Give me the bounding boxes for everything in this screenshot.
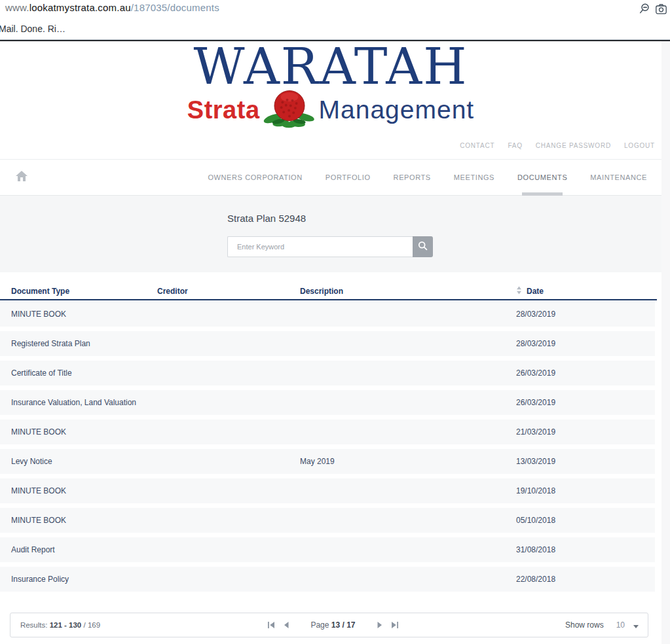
cell-document-type: MINUTE BOOK (11, 427, 157, 437)
cell-date: 13/03/2019 (516, 457, 655, 466)
col-description: Description (300, 287, 516, 296)
hero-section: Strata Plan 52948 (0, 196, 661, 272)
show-rows-label: Show rows (565, 620, 604, 630)
table-row[interactable]: Insurance Valuation, Land Valuation 26/0… (0, 390, 655, 415)
utility-nav: CONTACTFAQCHANGE PASSWORDLOGOUT (0, 132, 661, 160)
table-row[interactable]: Levy Notice May 2019 13/03/2019 (0, 449, 655, 474)
table-row[interactable]: MINUTE BOOK 28/03/2019 (0, 302, 655, 327)
cell-document-type: MINUTE BOOK (11, 310, 157, 319)
col-date-label: Date (527, 287, 544, 296)
search-input[interactable] (227, 236, 413, 257)
zoom-out-icon[interactable] (639, 3, 650, 14)
col-date[interactable]: Date (516, 286, 657, 296)
cell-date: 28/03/2019 (516, 310, 655, 319)
logo-title: WARATAH (194, 43, 468, 91)
search-icon (418, 241, 428, 253)
cell-document-type: Registered Strata Plan (11, 339, 157, 348)
results-summary: Results: 121 - 130 / 169 (20, 620, 101, 631)
table-row[interactable]: Registered Strata Plan 28/03/2019 (0, 331, 655, 356)
cell-document-type: Insurance Valuation, Land Valuation (11, 398, 157, 407)
main-nav-item-reports[interactable]: REPORTS (392, 173, 432, 181)
cell-date: 26/03/2019 (516, 398, 655, 407)
show-rows: Show rows 10 (565, 619, 639, 631)
url-path: /187035/documents (131, 2, 219, 13)
main-nav-item-documents[interactable]: DOCUMENTS (516, 173, 568, 181)
cell-description: May 2019 (300, 457, 516, 466)
show-rows-value: 10 (616, 620, 625, 630)
pager: Page 13 / 17 (101, 620, 565, 630)
page-indicator: Page 13 / 17 (310, 620, 355, 630)
documents-table: Document Type Creditor Description Date … (0, 283, 657, 592)
overlay-text: Mail. Done. Ri… (0, 24, 65, 34)
sort-icon (516, 286, 522, 296)
utility-link-change-password[interactable]: CHANGE PASSWORD (536, 142, 611, 149)
first-page-button[interactable] (267, 622, 274, 628)
utility-link-contact[interactable]: CONTACT (460, 142, 494, 149)
dropdown-caret-icon (633, 619, 639, 631)
table-header: Document Type Creditor Description Date (0, 283, 657, 300)
camera-icon[interactable] (656, 4, 667, 14)
home-button[interactable] (16, 171, 28, 184)
main-nav-item-portfolio[interactable]: PORTFOLIO (324, 173, 372, 181)
cell-date: 21/03/2019 (516, 427, 655, 437)
utility-link-faq[interactable]: FAQ (508, 142, 522, 149)
cell-document-type: MINUTE BOOK (11, 516, 157, 525)
logo-strata-text: Strata (187, 96, 260, 124)
main-nav-items: OWNERS CORPORATIONPORTFOLIOREPORTSMEETIN… (206, 173, 648, 181)
table-row[interactable]: Insurance Policy 22/08/2018 (0, 567, 655, 592)
cell-date: 31/08/2018 (516, 545, 655, 554)
browser-bar: www.lookatmystrata.com.au/187035/documen… (0, 0, 670, 39)
table-row[interactable]: MINUTE BOOK 21/03/2019 (0, 420, 655, 444)
main-nav-item-maintenance[interactable]: MAINTENANCE (589, 173, 648, 181)
browser-url-bar[interactable]: www.lookatmystrata.com.au/187035/documen… (5, 2, 219, 13)
page: WARATAH Strata (0, 42, 661, 637)
table-row[interactable]: MINUTE BOOK 05/10/2018 (0, 508, 655, 533)
search-button[interactable] (413, 236, 433, 257)
table-row[interactable]: MINUTE BOOK 19/10/2018 (0, 478, 655, 503)
show-rows-select[interactable]: 10 (616, 619, 639, 631)
main-nav-item-meetings[interactable]: MEETINGS (453, 173, 496, 181)
cell-document-type: MINUTE BOOK (11, 486, 157, 495)
home-icon (16, 171, 28, 184)
logo: WARATAH Strata (0, 42, 661, 132)
cell-document-type: Certificate of Title (11, 368, 157, 378)
main-nav: OWNERS CORPORATIONPORTFOLIOREPORTSMEETIN… (0, 160, 661, 196)
table-row[interactable]: Audit Report 31/08/2018 (0, 537, 655, 562)
url-domain: lookatmystrata.com.au (29, 2, 131, 13)
col-document-type: Document Type (11, 287, 157, 296)
cell-document-type: Levy Notice (11, 457, 157, 466)
cell-document-type: Insurance Policy (11, 575, 157, 584)
col-creditor: Creditor (157, 287, 300, 296)
prev-page-button[interactable] (283, 622, 289, 628)
main-nav-item-owners-corporation[interactable]: OWNERS CORPORATION (206, 173, 303, 181)
right-gutter (661, 41, 670, 644)
logo-management-text: Management (319, 96, 475, 124)
pagination-bar: Results: 121 - 130 / 169 Page 13 / 17 Sh… (10, 613, 648, 637)
next-page-button[interactable] (377, 622, 383, 628)
cell-date: 28/03/2019 (516, 339, 655, 348)
utility-link-logout[interactable]: LOGOUT (624, 142, 655, 149)
cell-date: 19/10/2018 (516, 486, 655, 495)
table-row[interactable]: Certificate of Title 26/03/2019 (0, 361, 655, 385)
table-body: MINUTE BOOK 28/03/2019 Registered Strata… (0, 302, 657, 592)
cell-document-type: Audit Report (11, 545, 157, 554)
url-www: www. (5, 2, 29, 13)
cell-date: 26/03/2019 (516, 368, 655, 378)
cell-date: 05/10/2018 (516, 516, 655, 525)
cell-date: 22/08/2018 (516, 575, 655, 584)
page-title: Strata Plan 52948 (227, 213, 306, 224)
waratah-flower-icon (263, 88, 316, 132)
last-page-button[interactable] (392, 622, 399, 628)
